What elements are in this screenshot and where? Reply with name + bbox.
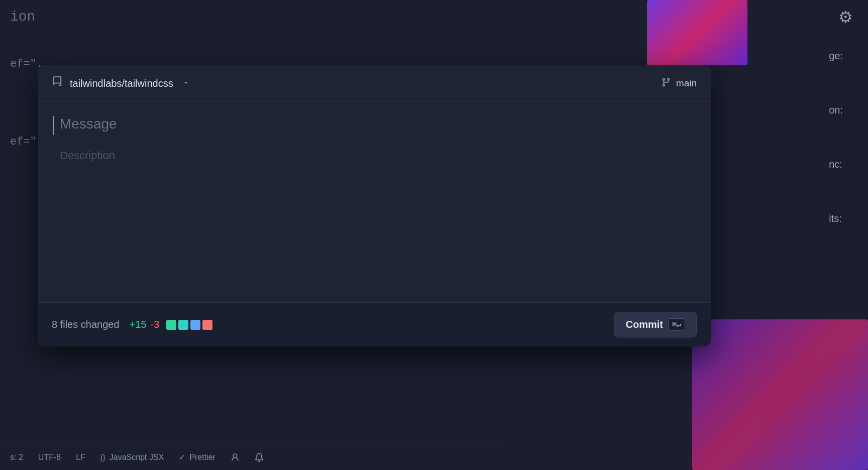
- bg-purple-blob: [647, 0, 747, 65]
- files-changed-label: 8 files changed: [52, 319, 120, 330]
- files-info: 8 files changed +15 -3: [52, 319, 212, 330]
- diff-stats: +15 -3: [130, 319, 213, 330]
- commit-keyboard-shortcut: ⌘↵: [668, 318, 685, 331]
- branch-indicator: main: [661, 77, 697, 90]
- file-dots: [166, 320, 212, 330]
- language-label: JavaScript JSX: [110, 453, 164, 462]
- language-icon: {}: [100, 453, 105, 461]
- branch-name-label: main: [676, 78, 697, 89]
- right-label-3: nc:: [829, 159, 843, 170]
- spaces-label: s: 2: [10, 453, 23, 462]
- formatter-label: Prettier: [189, 453, 215, 462]
- repo-selector[interactable]: tailwindlabs/tailwindcss: [52, 76, 189, 90]
- modal-footer: 8 files changed +15 -3 Commit ⌘↵: [38, 302, 711, 346]
- modal-body: Message Description: [38, 102, 711, 302]
- gear-icon[interactable]: ⚙: [838, 8, 853, 27]
- bell-icon: [255, 453, 264, 462]
- encoding-label: UTF-8: [38, 453, 61, 462]
- commit-modal: tailwindlabs/tailwindcss main Message De…: [38, 65, 711, 346]
- branch-icon: [661, 77, 671, 90]
- commit-label: Commit: [625, 319, 663, 330]
- user-icon: [231, 453, 240, 462]
- deletions-count: -3: [150, 319, 159, 330]
- message-placeholder: Message: [60, 114, 117, 134]
- dot-red: [202, 320, 212, 330]
- check-icon: ✓: [179, 452, 185, 462]
- right-labels: ge: on: nc: its:: [829, 50, 843, 224]
- status-encoding: UTF-8: [38, 453, 61, 462]
- dot-teal: [178, 320, 188, 330]
- status-formatter: ✓ Prettier: [179, 452, 215, 462]
- right-label-2: on:: [829, 104, 843, 116]
- status-spaces: s: 2: [10, 453, 23, 462]
- text-cursor: [53, 116, 54, 135]
- bg-purple-blob2: [692, 319, 868, 470]
- description-placeholder: Description: [53, 149, 696, 162]
- dot-green: [166, 320, 176, 330]
- status-language: {} JavaScript JSX: [100, 453, 164, 462]
- bg-code-mid2: ef=": [10, 136, 37, 148]
- repo-name-label: tailwindlabs/tailwindcss: [70, 78, 173, 89]
- status-line-ending: LF: [76, 453, 85, 462]
- status-user-icon[interactable]: [231, 453, 240, 462]
- modal-header: tailwindlabs/tailwindcss main: [38, 65, 711, 102]
- line-ending-label: LF: [76, 453, 85, 462]
- repo-icon: [52, 76, 63, 90]
- status-bar: s: 2 UTF-8 LF {} JavaScript JSX ✓ Pretti…: [0, 444, 502, 470]
- bg-code-top: ion: [10, 9, 35, 25]
- status-notification-icon[interactable]: [255, 453, 264, 462]
- chevron-down-icon: [182, 79, 189, 88]
- commit-button[interactable]: Commit ⌘↵: [614, 312, 697, 337]
- dot-blue: [190, 320, 200, 330]
- message-input-area[interactable]: Message: [53, 114, 696, 139]
- right-label-4: its:: [829, 213, 843, 224]
- right-label-1: ge:: [829, 50, 843, 62]
- additions-count: +15: [130, 319, 147, 330]
